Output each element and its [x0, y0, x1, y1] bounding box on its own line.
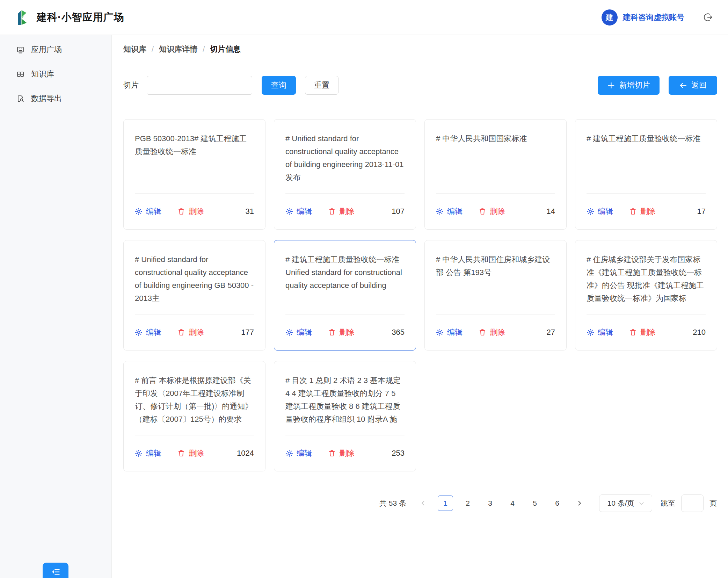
breadcrumb-item-kb-detail[interactable]: 知识库详情: [159, 44, 197, 55]
doc-search-icon: [16, 95, 24, 103]
edit-button[interactable]: 编辑: [587, 327, 613, 338]
edit-label: 编辑: [146, 206, 161, 217]
edit-button[interactable]: 编辑: [285, 327, 312, 338]
slice-count: 31: [246, 207, 254, 216]
sidebar: 应用广场 知识库 数据导出: [0, 35, 112, 578]
sidebar-item-data-export[interactable]: 数据导出: [0, 88, 111, 109]
edit-button[interactable]: 编辑: [135, 327, 161, 338]
edit-button[interactable]: 编辑: [436, 206, 463, 217]
sidebar-item-app-plaza[interactable]: 应用广场: [0, 39, 111, 60]
delete-button[interactable]: 删除: [479, 327, 505, 338]
gear-icon: [587, 328, 594, 336]
slice-count: 210: [693, 328, 706, 337]
slice-card-selected[interactable]: # 建筑工程施工质量验收统一标准 Unified standard for co…: [274, 240, 416, 351]
slice-card[interactable]: # Unified standard for constructional qu…: [274, 119, 416, 230]
edit-button[interactable]: 编辑: [285, 448, 312, 458]
account-name[interactable]: 建科咨询虚拟账号: [623, 12, 684, 23]
page-button-1[interactable]: 1: [438, 496, 453, 511]
gear-icon: [135, 449, 143, 457]
edit-label: 编辑: [297, 206, 312, 217]
edit-button[interactable]: 编辑: [285, 206, 312, 217]
delete-button[interactable]: 删除: [177, 206, 204, 217]
edit-label: 编辑: [146, 448, 161, 458]
delete-button[interactable]: 删除: [328, 327, 355, 338]
delete-button[interactable]: 删除: [177, 327, 204, 338]
edit-button[interactable]: 编辑: [587, 206, 613, 217]
slice-card[interactable]: # 目次 1 总则 2 术语 2 3 基本规定 4 4 建筑工程质量验收的划分 …: [274, 361, 416, 471]
trash-icon: [479, 328, 486, 336]
slice-card[interactable]: # 建筑工程施工质量验收统一标准 编辑 删除 17: [575, 119, 717, 230]
trash-icon: [629, 208, 637, 215]
page-size-select[interactable]: 10 条/页: [599, 494, 652, 512]
edit-label: 编辑: [447, 206, 463, 217]
slice-card-text: # 住房城乡建设部关于发布国家标准《建筑工程施工质量验收统一标准》的公告 现批准…: [587, 253, 706, 303]
back-button[interactable]: 返回: [669, 76, 717, 95]
main-content: 知识库 / 知识库详情 / 切片信息 切片 查询 重置 新增切片 返回 PGB …: [112, 35, 728, 578]
breadcrumb-separator: /: [152, 45, 154, 54]
edit-label: 编辑: [146, 327, 161, 338]
plus-icon: [607, 81, 615, 89]
slice-card[interactable]: # Unified standard for constructional qu…: [123, 240, 265, 351]
menu-fold-icon: [51, 567, 60, 577]
delete-button[interactable]: 删除: [629, 206, 656, 217]
edit-label: 编辑: [598, 206, 613, 217]
breadcrumb-item-knowledge-base[interactable]: 知识库: [123, 44, 146, 55]
slice-search-input[interactable]: [147, 76, 252, 95]
app-window-face-icon: [16, 46, 24, 54]
delete-button[interactable]: 删除: [479, 206, 505, 217]
edit-button[interactable]: 编辑: [436, 327, 463, 338]
slice-card-footer: 编辑 删除 31: [135, 194, 254, 229]
slice-count: 253: [392, 449, 405, 458]
sidebar-item-label: 知识库: [31, 69, 54, 79]
slice-card[interactable]: PGB 50300-2013# 建筑工程施工质量验收统一标准 编辑 删除 31: [123, 119, 265, 230]
open-book-icon: [16, 70, 24, 78]
page-button-4[interactable]: 4: [505, 496, 520, 511]
slice-count: 365: [392, 328, 405, 337]
prev-page-button[interactable]: [415, 496, 431, 511]
slice-card[interactable]: # 中华人民共和国国家标准 编辑 删除 14: [424, 119, 567, 230]
sidebar-item-knowledge-base[interactable]: 知识库: [0, 64, 111, 84]
jump-page-input[interactable]: [681, 494, 704, 512]
jump-page-suffix: 页: [709, 498, 717, 508]
delete-button[interactable]: 删除: [328, 448, 355, 458]
add-slice-button[interactable]: 新增切片: [598, 76, 660, 95]
delete-button[interactable]: 删除: [177, 448, 204, 458]
delete-button[interactable]: 删除: [629, 327, 656, 338]
slice-card-text: # 建筑工程施工质量验收统一标准 Unified standard for co…: [285, 253, 405, 303]
query-button[interactable]: 查询: [262, 76, 296, 95]
delete-label: 删除: [189, 206, 204, 217]
app-header: 建科·小智应用广场 建 建科咨询虚拟账号: [0, 0, 728, 35]
page-button-2[interactable]: 2: [460, 496, 475, 511]
avatar[interactable]: 建: [602, 9, 618, 26]
collapse-sidebar-button[interactable]: [43, 563, 68, 578]
delete-label: 删除: [189, 327, 204, 338]
gear-icon: [587, 208, 594, 215]
slice-card[interactable]: # 住房城乡建设部关于发布国家标准《建筑工程施工质量验收统一标准》的公告 现批准…: [575, 240, 717, 351]
reset-button[interactable]: 重置: [305, 76, 338, 95]
header-account-area: 建 建科咨询虚拟账号: [602, 9, 713, 26]
gear-icon: [285, 328, 293, 336]
slice-card[interactable]: # 中华人民共和国住房和城乡建设部 公告 第193号 编辑 删除 27: [424, 240, 567, 351]
page-button-6[interactable]: 6: [549, 496, 565, 511]
slice-card[interactable]: # 前言 本标准是根据原建设部《关于印发〈2007年工程建设标准制订、修订计划（…: [123, 361, 265, 471]
back-label: 返回: [691, 80, 707, 91]
trash-icon: [177, 208, 185, 215]
edit-button[interactable]: 编辑: [135, 206, 161, 217]
slice-card-footer: 编辑 删除 17: [587, 194, 706, 229]
trash-icon: [479, 208, 486, 215]
next-page-button[interactable]: [572, 496, 587, 511]
edit-button[interactable]: 编辑: [135, 448, 161, 458]
page-button-5[interactable]: 5: [527, 496, 543, 511]
slice-card-text: # Unified standard for constructional qu…: [285, 132, 405, 182]
page-button-3[interactable]: 3: [482, 496, 498, 511]
slice-card-text: # Unified standard for constructional qu…: [135, 253, 254, 303]
logout-icon[interactable]: [703, 13, 713, 22]
gear-icon: [135, 208, 143, 215]
slice-count: 107: [392, 207, 405, 216]
breadcrumb-item-slice-info: 切片信息: [210, 44, 241, 55]
trash-icon: [629, 328, 637, 336]
page-size-value: 10 条/页: [607, 498, 634, 508]
delete-button[interactable]: 删除: [328, 206, 355, 217]
gear-icon: [285, 208, 293, 215]
sidebar-item-label: 应用广场: [31, 44, 62, 55]
